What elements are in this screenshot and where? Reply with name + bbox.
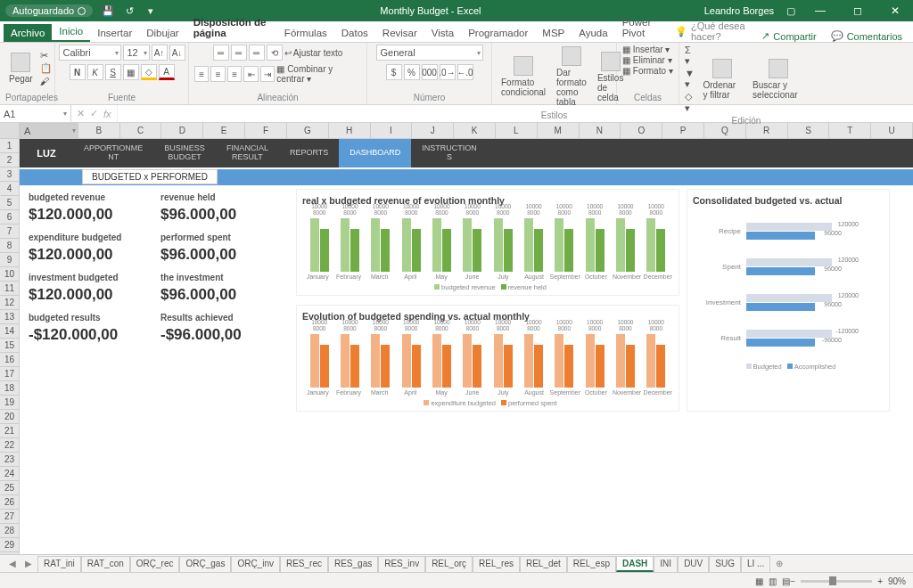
- worksheet[interactable]: LUZ APPORTIONME NTBUSINESS BUDGETFINANCI…: [20, 139, 913, 554]
- tab-review[interactable]: Revisar: [375, 24, 424, 42]
- row-header[interactable]: 27: [0, 510, 19, 524]
- sheet-tab[interactable]: ORÇ_inv: [231, 556, 280, 572]
- column-header[interactable]: P: [662, 123, 704, 138]
- align-top-icon[interactable]: ═: [213, 45, 229, 61]
- sheet-tab[interactable]: ORÇ_rec: [130, 556, 180, 572]
- row-header[interactable]: 2: [0, 153, 19, 167]
- column-header[interactable]: F: [245, 123, 287, 138]
- align-center-icon[interactable]: ≡: [210, 66, 225, 82]
- bold-button[interactable]: N: [70, 64, 86, 80]
- row-header[interactable]: 21: [0, 424, 19, 438]
- sheet-tab[interactable]: REL_esp: [567, 556, 616, 572]
- dashboard-tab[interactable]: APPORTIONME NT: [73, 139, 153, 167]
- dashboard-tab[interactable]: BUSINESS BUDGET: [153, 139, 216, 167]
- percent-icon[interactable]: %: [404, 64, 420, 80]
- budgeted-performed-button[interactable]: BUDGETED x PERFORMED: [82, 169, 218, 184]
- sheet-tab[interactable]: DASH: [616, 556, 654, 572]
- fill-color-button[interactable]: ◇: [141, 64, 157, 80]
- ribbon-options-icon[interactable]: ▢: [786, 5, 795, 17]
- row-header[interactable]: 29: [0, 538, 19, 552]
- sheet-tab[interactable]: ORÇ_gas: [179, 556, 231, 572]
- decrease-font-icon[interactable]: A↓: [169, 45, 185, 61]
- tab-draw[interactable]: Dibujar: [139, 24, 185, 42]
- column-header[interactable]: I: [371, 123, 413, 138]
- row-header[interactable]: 11: [0, 282, 19, 296]
- share-button[interactable]: ↗ Compartir: [754, 30, 823, 42]
- copy-icon[interactable]: 📋: [40, 62, 52, 74]
- undo-icon[interactable]: ↺: [123, 4, 136, 17]
- merge-button[interactable]: ▦ Combinar y centrar ▾: [276, 64, 361, 84]
- column-header[interactable]: J: [412, 123, 454, 138]
- tab-page-layout[interactable]: Disposición de página: [186, 13, 277, 42]
- comma-icon[interactable]: 000: [422, 64, 438, 80]
- align-left-icon[interactable]: ≡: [194, 66, 209, 82]
- tab-home[interactable]: Inicio: [52, 22, 90, 42]
- increase-indent-icon[interactable]: ⇥: [260, 66, 275, 82]
- row-header[interactable]: 6: [0, 210, 19, 225]
- column-header[interactable]: E: [203, 123, 245, 138]
- name-box[interactable]: A1: [0, 105, 71, 122]
- sheet-tab[interactable]: LI ...: [741, 556, 770, 572]
- new-sheet-button[interactable]: ⊕: [772, 559, 786, 568]
- row-header[interactable]: 3: [0, 167, 19, 182]
- row-header[interactable]: 1: [0, 139, 19, 153]
- column-header[interactable]: G: [287, 123, 329, 138]
- row-header[interactable]: 10: [0, 267, 19, 282]
- autosave-toggle[interactable]: Autoguardado: [5, 4, 93, 17]
- row-header[interactable]: 15: [0, 339, 19, 353]
- view-pagebreak-icon[interactable]: ▤: [782, 576, 790, 586]
- sheet-nav-next[interactable]: ▶: [21, 559, 36, 568]
- wrap-text-button[interactable]: ↩ Ajustar texto: [284, 48, 343, 58]
- column-header[interactable]: S: [788, 123, 830, 138]
- tab-developer[interactable]: Programador: [461, 24, 535, 42]
- sheet-tab[interactable]: RAT_ini: [37, 556, 81, 572]
- sheet-tab[interactable]: RAT_con: [81, 556, 130, 572]
- decrease-decimal-icon[interactable]: ←.0: [457, 64, 473, 80]
- row-header[interactable]: 13: [0, 310, 19, 324]
- fx-icon[interactable]: fx: [103, 109, 111, 119]
- row-header[interactable]: 24: [0, 467, 19, 481]
- sheet-tab[interactable]: RES_inv: [378, 556, 425, 572]
- decrease-indent-icon[interactable]: ⇤: [243, 66, 258, 82]
- tab-help[interactable]: Ayuda: [572, 24, 614, 42]
- dashboard-tab[interactable]: DASHBOARD: [339, 139, 411, 167]
- row-header[interactable]: 18: [0, 381, 19, 396]
- row-header[interactable]: 23: [0, 453, 19, 467]
- find-select-button[interactable]: Buscar y seleccionar: [749, 57, 808, 102]
- row-header[interactable]: 8: [0, 239, 19, 253]
- currency-icon[interactable]: $: [386, 64, 402, 80]
- row-header[interactable]: 17: [0, 367, 19, 381]
- column-header[interactable]: B: [78, 123, 120, 138]
- zoom-level[interactable]: 90%: [888, 576, 906, 586]
- number-format-select[interactable]: General: [376, 45, 483, 61]
- row-header[interactable]: 5: [0, 196, 19, 210]
- underline-button[interactable]: S: [105, 64, 121, 80]
- select-all-corner[interactable]: [0, 123, 20, 138]
- row-header[interactable]: 26: [0, 495, 19, 510]
- row-header[interactable]: 7: [0, 225, 19, 239]
- font-size-select[interactable]: 12: [123, 45, 150, 61]
- sheet-tab[interactable]: INI: [654, 556, 678, 572]
- align-middle-icon[interactable]: ═: [231, 45, 247, 61]
- increase-font-icon[interactable]: A↑: [152, 45, 168, 61]
- row-header[interactable]: 28: [0, 524, 19, 538]
- sheet-tab[interactable]: RES_gas: [328, 556, 378, 572]
- sort-filter-button[interactable]: Ordenar y filtrar: [700, 57, 746, 102]
- close-button[interactable]: ✕: [883, 4, 908, 17]
- insert-cells-button[interactable]: ▦ Insertar ▾: [622, 45, 670, 54]
- zoom-slider[interactable]: [801, 580, 872, 583]
- cancel-formula-icon[interactable]: ✕: [77, 108, 85, 119]
- tab-powerpivot[interactable]: Power Pivot: [615, 13, 668, 42]
- tab-formulas[interactable]: Fórmulas: [277, 24, 334, 42]
- minimize-button[interactable]: —: [808, 4, 833, 17]
- column-header[interactable]: N: [580, 123, 621, 138]
- column-header[interactable]: Q: [704, 123, 746, 138]
- format-cells-button[interactable]: ▦ Formato ▾: [622, 66, 673, 76]
- row-header[interactable]: 22: [0, 438, 19, 453]
- row-header[interactable]: 12: [0, 296, 19, 310]
- column-header[interactable]: R: [746, 123, 788, 138]
- tab-msp[interactable]: MSP: [535, 24, 572, 42]
- column-header[interactable]: L: [496, 123, 538, 138]
- column-header[interactable]: M: [538, 123, 580, 138]
- autosum-icon[interactable]: Σ ▾: [685, 45, 696, 67]
